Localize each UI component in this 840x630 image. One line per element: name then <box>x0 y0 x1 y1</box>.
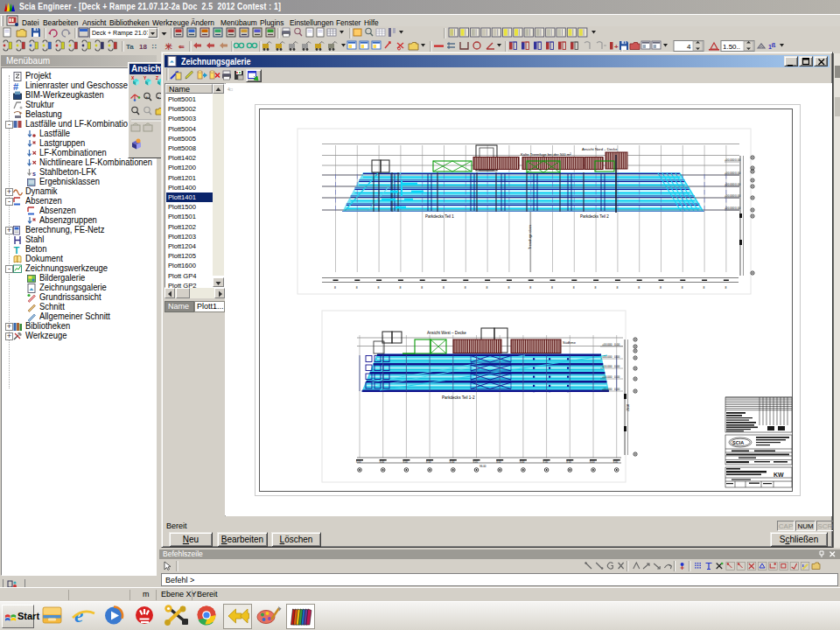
svg-text:Y: Y <box>144 75 147 80</box>
svg-text:Ansicht Nord – Decke: Ansicht Nord – Decke <box>582 147 618 151</box>
svg-text:+: + <box>145 94 149 100</box>
svg-text:ß: ß <box>772 41 776 49</box>
svg-text:0.00: 0.00 <box>614 355 620 359</box>
svg-text:8.00: 8.00 <box>613 460 619 464</box>
svg-text:Südhme: Südhme <box>563 340 577 345</box>
svg-text:8.00: 8.00 <box>402 460 408 464</box>
svg-text:0.00: 0.00 <box>735 158 740 162</box>
svg-text:8: 8 <box>529 286 531 290</box>
svg-text:28.50: 28.50 <box>626 404 630 411</box>
svg-text:96.00: 96.00 <box>480 465 486 468</box>
svg-text:8: 8 <box>486 286 488 290</box>
svg-text:s: s <box>32 171 36 177</box>
svg-text:8.00: 8.00 <box>590 460 595 464</box>
svg-text:Kalte Trennfuge bei der 500 m²: Kalte Trennfuge bei der 500 m² <box>521 152 571 157</box>
svg-text:8: 8 <box>724 286 726 290</box>
svg-text:8: 8 <box>421 286 423 290</box>
svg-text:8: 8 <box>704 286 705 290</box>
svg-text:8: 8 <box>682 286 683 290</box>
svg-text:米: 米 <box>164 43 172 51</box>
svg-text:Trennfuge oben: Trennfuge oben <box>528 225 532 249</box>
svg-text:0.00: 0.00 <box>735 194 740 198</box>
svg-text:Parkdecks Teil 2: Parkdecks Teil 2 <box>580 214 609 219</box>
svg-text:↔: ↔ <box>133 108 137 114</box>
svg-text:0.00: 0.00 <box>735 206 740 210</box>
svg-text:8: 8 <box>573 286 575 290</box>
svg-text:8: 8 <box>660 286 662 290</box>
svg-text:1.50..: 1.50.. <box>723 43 740 51</box>
svg-text:+00.000: +00.000 <box>724 194 735 198</box>
svg-text:+: + <box>614 43 619 51</box>
svg-text:#: # <box>13 81 18 91</box>
svg-text:8: 8 <box>595 286 597 290</box>
svg-text:8: 8 <box>616 286 618 290</box>
svg-text:0.00: 0.00 <box>735 172 740 175</box>
svg-text:8: 8 <box>334 286 336 290</box>
svg-text:4: 4 <box>687 43 691 51</box>
svg-text:8.00: 8.00 <box>473 460 479 464</box>
svg-text:+00.000: +00.000 <box>724 172 735 175</box>
svg-text:Ansicht West – Decke: Ansicht West – Decke <box>427 331 466 335</box>
svg-text:0.00: 0.00 <box>614 365 620 368</box>
svg-text:4□: 4□ <box>228 87 233 92</box>
svg-text:+00.000: +00.000 <box>724 158 735 162</box>
svg-text:8: 8 <box>551 286 553 290</box>
svg-text:0.00: 0.00 <box>735 183 740 186</box>
svg-text:8: 8 <box>465 286 466 290</box>
svg-text:8.00: 8.00 <box>426 460 431 464</box>
svg-text:T: T <box>14 245 20 255</box>
svg-text:0.00: 0.00 <box>614 375 620 379</box>
svg-text:8.00: 8.00 <box>450 460 455 464</box>
svg-text:Z: Z <box>156 75 158 80</box>
svg-text:8: 8 <box>638 286 640 290</box>
svg-text:KW: KW <box>774 472 784 478</box>
svg-text:8: 8 <box>443 286 444 290</box>
svg-text:8: 8 <box>378 286 380 290</box>
svg-text:8.00: 8.00 <box>543 460 549 464</box>
svg-text:0.00: 0.00 <box>614 388 620 391</box>
svg-text:8: 8 <box>399 286 401 290</box>
svg-text:Parkdecks Teil 1: Parkdecks Teil 1 <box>425 214 454 219</box>
svg-text:Parkdecks Teil 1-2: Parkdecks Teil 1-2 <box>442 396 475 400</box>
svg-text:8.00: 8.00 <box>496 460 501 464</box>
svg-text:8: 8 <box>356 286 358 290</box>
svg-text:8.00: 8.00 <box>356 460 361 464</box>
svg-text:X: X <box>131 75 135 80</box>
svg-text:8: 8 <box>508 286 509 290</box>
svg-text:+00.000: +00.000 <box>602 388 612 391</box>
svg-text:+00.000: +00.000 <box>602 375 612 379</box>
svg-text:⇐: ⇐ <box>178 43 185 51</box>
svg-text:8.00: 8.00 <box>566 460 571 464</box>
svg-text:18: 18 <box>139 43 147 51</box>
svg-text:0.00: 0.00 <box>614 343 620 346</box>
svg-text:8.00: 8.00 <box>380 460 385 464</box>
svg-text:+00.000: +00.000 <box>602 365 612 368</box>
svg-text:+00.000: +00.000 <box>602 355 612 359</box>
svg-text:Ta: Ta <box>126 43 134 51</box>
svg-text:8.00: 8.00 <box>520 460 525 464</box>
svg-text:∷: ∷ <box>152 43 157 51</box>
svg-text:+00.000: +00.000 <box>602 343 612 346</box>
svg-text:SCIA: SCIA <box>732 440 744 445</box>
svg-text:+00.000: +00.000 <box>724 183 735 186</box>
svg-text:+00.000: +00.000 <box>724 206 735 210</box>
